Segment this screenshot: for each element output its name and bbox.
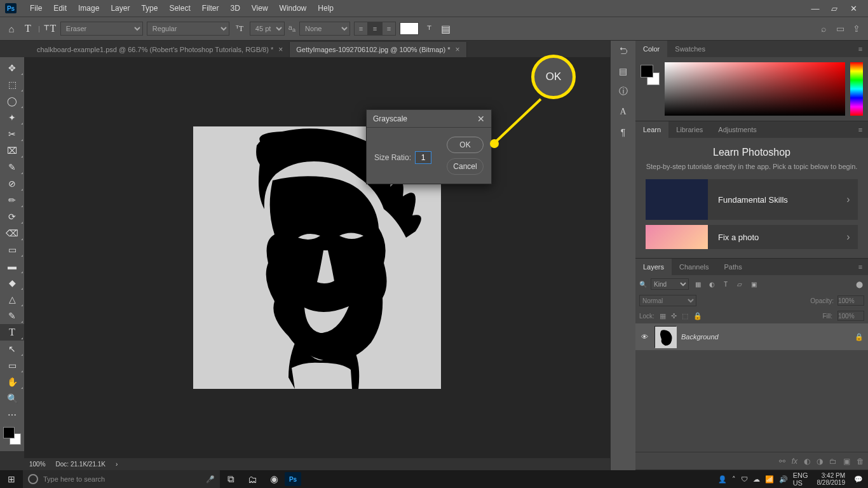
tab-swatches[interactable]: Swatches [667,41,713,57]
start-button[interactable]: ⊞ [0,474,23,484]
properties-panel-icon[interactable]: ▤ [611,61,635,81]
volume-icon[interactable]: 🔊 [779,475,788,484]
fx-icon[interactable]: fx [792,457,797,466]
layer-row[interactable]: 👁 Background 🔒 [635,323,868,350]
filter-adjust-icon[interactable]: ◐ [707,281,717,288]
text-color-swatch[interactable] [400,22,419,35]
brush-tool-icon[interactable]: ✏ [0,192,24,208]
lock-icon[interactable]: 🔒 [854,333,864,341]
share-icon[interactable]: ⇪ [850,24,863,34]
lasso-tool-icon[interactable]: ◯ [0,93,24,109]
layer-thumbnail[interactable] [654,326,676,348]
file-explorer-icon[interactable]: 🗂 [241,474,263,485]
notifications-icon[interactable]: 💬 [854,475,863,484]
type-orientation-icon[interactable]: ⸆T [44,23,57,34]
panel-menu-icon[interactable]: ≡ [853,126,868,133]
ok-button[interactable]: OK [447,137,484,153]
color-fg-bg-swatch[interactable] [641,62,660,116]
heal-tool-icon[interactable]: ⊘ [0,175,24,192]
learn-item[interactable]: Fundamental Skills › [646,179,858,220]
mic-icon[interactable]: 🎤 [206,475,215,484]
lock-all-icon[interactable]: 🔒 [693,312,702,320]
link-layers-icon[interactable]: ⚯ [779,457,785,466]
new-layer-icon[interactable]: ▣ [843,457,850,466]
lock-pixels-icon[interactable]: ▦ [660,312,666,320]
window-restore-icon[interactable]: ▱ [825,4,844,13]
edit-toolbar-icon[interactable]: ⋯ [0,407,24,423]
group-icon[interactable]: 🗀 [829,457,837,466]
chevron-right-icon[interactable]: › [116,461,118,468]
shape-tool-icon[interactable]: ▭ [0,357,24,374]
task-view-icon[interactable]: ⧉ [220,473,241,485]
dodge-tool-icon[interactable]: △ [0,291,24,308]
panel-menu-icon[interactable]: ≡ [853,45,868,53]
history-panel-icon[interactable]: ⮌ [611,41,635,61]
cancel-button[interactable]: Cancel [447,158,484,175]
frame-tool-icon[interactable]: ⌧ [0,142,24,159]
network-icon[interactable]: 📶 [765,475,774,484]
menu-select[interactable]: Select [163,4,196,13]
zoom-level[interactable]: 100% [29,461,46,468]
filter-toggle-icon[interactable]: ⬤ [854,281,864,288]
mask-icon[interactable]: ◐ [804,457,810,466]
menu-help[interactable]: Help [312,4,339,13]
character-panel-icon[interactable]: ▤ [439,23,452,35]
hue-slider[interactable] [850,62,863,116]
menu-window[interactable]: Window [274,4,313,13]
align-center-icon[interactable]: ≡ [368,22,382,36]
filter-shape-icon[interactable]: ▱ [735,281,745,288]
blend-mode-select[interactable]: Normal [639,295,696,306]
character-panel-icon[interactable]: A [611,102,635,122]
menu-type[interactable]: Type [135,4,163,13]
lock-artboard-icon[interactable]: ⬚ [682,312,688,320]
stamp-tool-icon[interactable]: ⟳ [0,208,24,225]
marquee-tool-icon[interactable]: ⬚ [0,76,24,93]
wand-tool-icon[interactable]: ✦ [0,109,24,126]
color-field[interactable] [665,62,845,116]
filter-type-icon[interactable]: T [721,281,731,288]
blur-tool-icon[interactable]: ◆ [0,274,24,291]
security-icon[interactable]: 🛡 [741,475,748,483]
hand-tool-icon[interactable]: ✋ [0,374,24,390]
eyedropper-tool-icon[interactable]: ✎ [0,159,24,175]
font-family-select[interactable]: Eraser [60,22,143,36]
size-ratio-input[interactable] [415,151,431,164]
zoom-tool-icon[interactable]: 🔍 [0,390,24,407]
layer-filter-select[interactable]: Kind [651,278,689,290]
tab-learn[interactable]: Learn [635,121,668,138]
chrome-icon[interactable]: ◉ [263,473,285,485]
fill-input[interactable] [837,311,864,321]
filter-pixel-icon[interactable]: ▦ [693,281,703,288]
font-size-select[interactable]: 45 pt [250,22,285,36]
adjustment-icon[interactable]: ◑ [817,457,823,466]
menu-layer[interactable]: Layer [105,4,135,13]
home-icon[interactable]: ⌂ [5,24,18,34]
paragraph-panel-icon[interactable]: ¶ [611,122,635,142]
workspace-icon[interactable]: ▭ [834,24,846,34]
color-swatches[interactable] [3,427,21,445]
tab-paths[interactable]: Paths [717,259,750,275]
canvas-area[interactable] [24,57,610,458]
trash-icon[interactable]: 🗑 [857,457,864,466]
eraser-tool-icon[interactable]: ▭ [0,241,24,258]
info-panel-icon[interactable]: ⓘ [611,81,635,102]
close-icon[interactable]: ✕ [477,114,485,124]
window-minimize-icon[interactable]: — [806,4,825,13]
tray-chevron-icon[interactable]: ˄ [732,475,736,484]
pen-tool-icon[interactable]: ✎ [0,308,24,324]
font-weight-select[interactable]: Regular [147,22,229,36]
tab-color[interactable]: Color [635,41,667,57]
close-icon[interactable]: × [456,45,460,54]
align-right-icon[interactable]: ≡ [382,22,396,36]
tab-channels[interactable]: Channels [672,259,716,275]
type-tool-icon[interactable]: T [0,324,24,341]
menu-filter[interactable]: Filter [196,4,225,13]
window-close-icon[interactable]: ✕ [844,4,863,13]
align-left-icon[interactable]: ≡ [354,22,368,36]
menu-edit[interactable]: Edit [48,4,72,13]
move-tool-icon[interactable]: ✥ [0,60,24,76]
filter-smart-icon[interactable]: ▣ [749,281,759,288]
language-indicator[interactable]: ENGUS [793,471,808,487]
menu-file[interactable]: File [24,4,48,13]
gradient-tool-icon[interactable]: ▬ [0,258,24,274]
